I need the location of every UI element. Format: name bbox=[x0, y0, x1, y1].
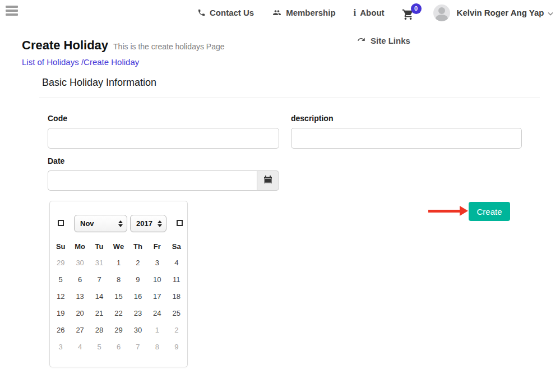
calendar-day[interactable]: 7 bbox=[128, 339, 147, 356]
page-heading: Create Holiday This is the create holida… bbox=[22, 38, 225, 53]
user-menu[interactable]: Kelvin Roger Ang Yap bbox=[457, 8, 554, 17]
chevron-down-icon bbox=[548, 8, 553, 17]
calendar-day[interactable]: 9 bbox=[167, 339, 186, 356]
calendar-day[interactable]: 23 bbox=[128, 305, 147, 322]
calendar-day[interactable]: 18 bbox=[167, 288, 186, 305]
date-input-group bbox=[48, 170, 279, 191]
calendar-day[interactable]: 5 bbox=[90, 339, 109, 356]
calendar-day[interactable]: 28 bbox=[90, 322, 109, 339]
calendar-day[interactable]: 5 bbox=[51, 271, 70, 288]
calendar-day[interactable]: 11 bbox=[167, 271, 186, 288]
calendar-dow-header: Mo bbox=[70, 238, 89, 255]
calendar-day[interactable]: 13 bbox=[70, 288, 89, 305]
breadcrumb: List of Holidays /Create Holiday bbox=[22, 57, 139, 67]
calendar-icon bbox=[263, 175, 272, 186]
calendar-day[interactable]: 14 bbox=[90, 288, 109, 305]
calendar-day[interactable]: 20 bbox=[70, 305, 89, 322]
user-name-label: Kelvin Roger Ang Yap bbox=[457, 8, 544, 17]
calendar-day[interactable]: 6 bbox=[70, 271, 89, 288]
site-links-button[interactable]: Site Links bbox=[357, 35, 410, 45]
calendar-day[interactable]: 8 bbox=[109, 271, 128, 288]
nav-contact-us-label: Contact Us bbox=[210, 8, 254, 17]
calendar-day[interactable]: 22 bbox=[109, 305, 128, 322]
date-input[interactable] bbox=[48, 170, 257, 191]
month-select-value: Nov bbox=[80, 219, 94, 228]
section-divider bbox=[39, 98, 540, 98]
date-label: Date bbox=[48, 156, 64, 165]
calendar-day[interactable]: 8 bbox=[147, 339, 166, 356]
calendar-day[interactable]: 26 bbox=[51, 322, 70, 339]
calendar-day[interactable]: 1 bbox=[109, 255, 128, 271]
calendar-day[interactable]: 24 bbox=[147, 305, 166, 322]
calendar-day[interactable]: 31 bbox=[90, 255, 109, 271]
calendar-day[interactable]: 15 bbox=[109, 288, 128, 305]
calendar-day[interactable]: 27 bbox=[70, 322, 89, 339]
select-stepper-icon bbox=[158, 220, 162, 227]
people-icon bbox=[272, 8, 282, 17]
calendar-day[interactable]: 6 bbox=[109, 339, 128, 356]
red-arrow-annotation bbox=[428, 210, 460, 213]
calendar-day[interactable]: 30 bbox=[70, 255, 89, 271]
datepicker-prev-button[interactable] bbox=[58, 220, 64, 226]
year-select[interactable]: 2017 bbox=[130, 215, 166, 232]
nav-about-label: About bbox=[360, 8, 384, 17]
code-label: Code bbox=[48, 114, 67, 123]
calendar-day[interactable]: 9 bbox=[128, 271, 147, 288]
calendar-day[interactable]: 25 bbox=[167, 305, 186, 322]
info-icon: i bbox=[354, 8, 357, 17]
calendar-day[interactable]: 16 bbox=[128, 288, 147, 305]
calendar-grid: SuMoTuWeThFrSa29303112345678910111213141… bbox=[51, 238, 186, 356]
cart-badge: 0 bbox=[411, 3, 422, 14]
calendar-day[interactable]: 1 bbox=[147, 322, 166, 339]
calendar-addon-button[interactable] bbox=[257, 170, 279, 191]
calendar-dow-header: Th bbox=[128, 238, 147, 255]
calendar-day[interactable]: 3 bbox=[51, 339, 70, 356]
calendar-dow-header: Fr bbox=[147, 238, 166, 255]
top-navigation: Contact Us Membership i About 0 Kelvin R… bbox=[197, 0, 553, 25]
calendar-day[interactable]: 19 bbox=[51, 305, 70, 322]
calendar-dow-header: Su bbox=[51, 238, 70, 255]
red-arrow-head bbox=[460, 206, 468, 216]
calendar-day[interactable]: 30 bbox=[128, 322, 147, 339]
description-input[interactable] bbox=[291, 128, 522, 149]
cart-button[interactable]: 0 bbox=[402, 3, 422, 22]
calendar-day[interactable]: 12 bbox=[51, 288, 70, 305]
calendar-day[interactable]: 17 bbox=[147, 288, 166, 305]
create-button[interactable]: Create bbox=[469, 202, 510, 221]
site-links-label: Site Links bbox=[371, 36, 410, 45]
nav-contact-us[interactable]: Contact Us bbox=[197, 8, 254, 17]
breadcrumb-list-of-holidays[interactable]: List of Holidays bbox=[22, 57, 79, 67]
calendar-day[interactable]: 29 bbox=[51, 255, 70, 271]
breadcrumb-create-holiday[interactable]: Create Holiday bbox=[84, 57, 139, 67]
calendar-day[interactable]: 4 bbox=[70, 339, 89, 356]
calendar-day[interactable]: 4 bbox=[167, 255, 186, 271]
hamburger-menu-icon[interactable] bbox=[6, 6, 18, 17]
year-select-value: 2017 bbox=[136, 219, 152, 228]
page-title: Create Holiday bbox=[22, 38, 108, 53]
phone-icon bbox=[197, 8, 206, 17]
section-title: Basic Holiday Information bbox=[42, 77, 156, 89]
code-input[interactable] bbox=[48, 128, 279, 149]
calendar-day[interactable]: 10 bbox=[147, 271, 166, 288]
calendar-day[interactable]: 29 bbox=[109, 322, 128, 339]
calendar-day[interactable]: 2 bbox=[167, 322, 186, 339]
calendar-day[interactable]: 21 bbox=[90, 305, 109, 322]
nav-membership[interactable]: Membership bbox=[272, 8, 335, 17]
calendar-dow-header: We bbox=[109, 238, 128, 255]
datepicker-next-button[interactable] bbox=[177, 220, 183, 226]
calendar-dow-header: Sa bbox=[167, 238, 186, 255]
create-holiday-page: Contact Us Membership i About 0 Kelvin R… bbox=[0, 0, 560, 392]
nav-membership-label: Membership bbox=[286, 8, 335, 17]
datepicker: Nov 2017 SuMoTuWeThFrSa29303112345678910… bbox=[49, 201, 188, 367]
calendar-day[interactable]: 7 bbox=[90, 271, 109, 288]
description-label: description bbox=[291, 114, 333, 123]
calendar-day[interactable]: 2 bbox=[128, 255, 147, 271]
select-stepper-icon bbox=[118, 220, 123, 227]
calendar-dow-header: Tu bbox=[90, 238, 109, 255]
calendar-day[interactable]: 3 bbox=[147, 255, 166, 271]
month-select[interactable]: Nov bbox=[74, 215, 127, 232]
share-arrow-icon bbox=[357, 35, 366, 45]
nav-about[interactable]: i About bbox=[354, 8, 385, 17]
user-avatar[interactable] bbox=[433, 4, 450, 21]
page-subtitle: This is the create holidays Page bbox=[113, 42, 224, 51]
